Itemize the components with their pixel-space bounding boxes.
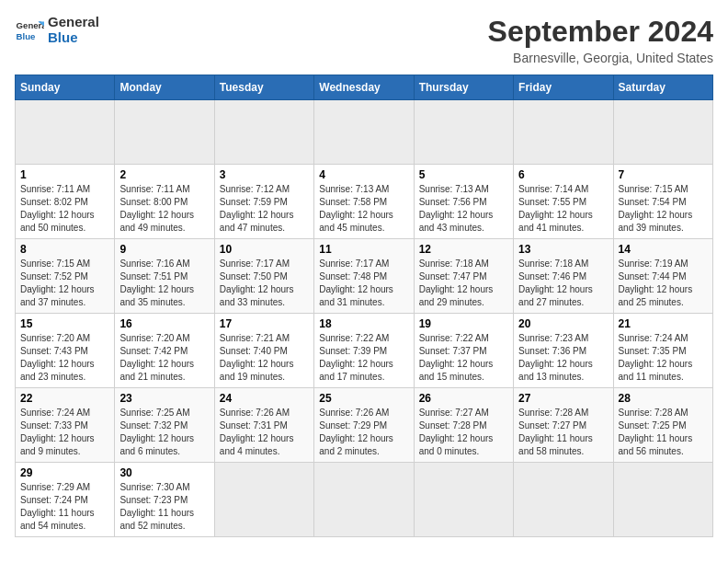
day-number: 15 (20, 317, 109, 330)
day-detail: Sunrise: 7:21 AM Sunset: 7:40 PM Dayligh… (220, 333, 294, 382)
calendar-header: SundayMondayTuesdayWednesdayThursdayFrid… (16, 75, 713, 100)
day-number: 18 (319, 317, 408, 330)
day-detail: Sunrise: 7:17 AM Sunset: 7:48 PM Dayligh… (319, 259, 393, 307)
day-number: 6 (518, 168, 608, 181)
day-detail: Sunrise: 7:26 AM Sunset: 7:29 PM Dayligh… (319, 408, 393, 456)
calendar-cell: 20Sunrise: 7:23 AM Sunset: 7:36 PM Dayli… (514, 314, 613, 388)
day-detail: Sunrise: 7:20 AM Sunset: 7:42 PM Dayligh… (119, 333, 194, 382)
day-number: 25 (319, 392, 408, 405)
calendar-cell: 10Sunrise: 7:17 AM Sunset: 7:50 PM Dayli… (214, 239, 313, 314)
day-number: 5 (419, 168, 508, 181)
calendar-cell: 27Sunrise: 7:28 AM Sunset: 7:27 PM Dayli… (514, 388, 613, 463)
day-number: 17 (220, 317, 309, 330)
day-detail: Sunrise: 7:11 AM Sunset: 8:02 PM Dayligh… (20, 184, 95, 233)
week-row-0 (16, 100, 713, 165)
day-number: 1 (20, 168, 109, 181)
logo-text-general: General (48, 15, 99, 30)
logo-text-blue: Blue (48, 30, 99, 46)
day-number: 27 (518, 392, 608, 405)
calendar-cell (314, 100, 414, 165)
header-cell-saturday: Saturday (613, 75, 712, 100)
day-detail: Sunrise: 7:25 AM Sunset: 7:32 PM Dayligh… (119, 408, 194, 456)
logo: General Blue General Blue (15, 15, 99, 45)
day-number: 24 (220, 392, 309, 405)
calendar-cell: 29Sunrise: 7:29 AM Sunset: 7:24 PM Dayli… (16, 463, 115, 537)
calendar-cell (16, 100, 115, 165)
calendar-cell (414, 463, 513, 537)
week-row-3: 15Sunrise: 7:20 AM Sunset: 7:43 PM Dayli… (16, 314, 713, 388)
calendar-cell: 7Sunrise: 7:15 AM Sunset: 7:54 PM Daylig… (613, 165, 712, 239)
day-number: 29 (20, 466, 109, 479)
calendar-cell: 17Sunrise: 7:21 AM Sunset: 7:40 PM Dayli… (214, 314, 313, 388)
day-number: 16 (119, 317, 209, 330)
calendar-cell: 1Sunrise: 7:11 AM Sunset: 8:02 PM Daylig… (16, 165, 115, 239)
calendar-cell (314, 463, 414, 537)
calendar-cell: 6Sunrise: 7:14 AM Sunset: 7:55 PM Daylig… (514, 165, 613, 239)
title-area: September 2024 Barnesville, Georgia, Uni… (488, 15, 713, 65)
calendar-cell (214, 463, 313, 537)
calendar-cell: 11Sunrise: 7:17 AM Sunset: 7:48 PM Dayli… (314, 239, 414, 314)
calendar-cell: 9Sunrise: 7:16 AM Sunset: 7:51 PM Daylig… (115, 239, 214, 314)
day-detail: Sunrise: 7:11 AM Sunset: 8:00 PM Dayligh… (119, 184, 194, 233)
calendar-cell: 19Sunrise: 7:22 AM Sunset: 7:37 PM Dayli… (414, 314, 513, 388)
day-detail: Sunrise: 7:22 AM Sunset: 7:39 PM Dayligh… (319, 333, 393, 382)
day-detail: Sunrise: 7:14 AM Sunset: 7:55 PM Dayligh… (518, 184, 593, 233)
calendar-cell (214, 100, 313, 165)
calendar-cell: 13Sunrise: 7:18 AM Sunset: 7:46 PM Dayli… (514, 239, 613, 314)
svg-text:Blue: Blue (17, 30, 36, 40)
day-detail: Sunrise: 7:15 AM Sunset: 7:54 PM Dayligh… (619, 184, 693, 233)
calendar-cell: 22Sunrise: 7:24 AM Sunset: 7:33 PM Dayli… (16, 388, 115, 463)
calendar-cell: 3Sunrise: 7:12 AM Sunset: 7:59 PM Daylig… (214, 165, 313, 239)
header-cell-sunday: Sunday (16, 75, 115, 100)
calendar-cell (514, 100, 613, 165)
header-cell-wednesday: Wednesday (314, 75, 414, 100)
week-row-4: 22Sunrise: 7:24 AM Sunset: 7:33 PM Dayli… (16, 388, 713, 463)
day-number: 13 (518, 243, 608, 256)
day-detail: Sunrise: 7:24 AM Sunset: 7:33 PM Dayligh… (20, 408, 95, 456)
calendar-cell: 28Sunrise: 7:28 AM Sunset: 7:25 PM Dayli… (613, 388, 712, 463)
day-detail: Sunrise: 7:20 AM Sunset: 7:43 PM Dayligh… (20, 333, 95, 382)
calendar-body: 1Sunrise: 7:11 AM Sunset: 8:02 PM Daylig… (16, 100, 713, 537)
day-detail: Sunrise: 7:18 AM Sunset: 7:47 PM Dayligh… (419, 259, 494, 307)
day-detail: Sunrise: 7:13 AM Sunset: 7:58 PM Dayligh… (319, 184, 393, 233)
day-detail: Sunrise: 7:18 AM Sunset: 7:46 PM Dayligh… (518, 259, 593, 307)
calendar-cell: 24Sunrise: 7:26 AM Sunset: 7:31 PM Dayli… (214, 388, 313, 463)
day-detail: Sunrise: 7:19 AM Sunset: 7:44 PM Dayligh… (619, 259, 693, 307)
day-number: 4 (319, 168, 408, 181)
day-number: 22 (20, 392, 109, 405)
calendar-cell: 15Sunrise: 7:20 AM Sunset: 7:43 PM Dayli… (16, 314, 115, 388)
day-number: 8 (20, 243, 109, 256)
calendar-cell (613, 463, 712, 537)
calendar-cell: 30Sunrise: 7:30 AM Sunset: 7:23 PM Dayli… (115, 463, 214, 537)
header-cell-monday: Monday (115, 75, 214, 100)
calendar-cell: 18Sunrise: 7:22 AM Sunset: 7:39 PM Dayli… (314, 314, 414, 388)
week-row-2: 8Sunrise: 7:15 AM Sunset: 7:52 PM Daylig… (16, 239, 713, 314)
day-detail: Sunrise: 7:17 AM Sunset: 7:50 PM Dayligh… (220, 259, 294, 307)
calendar-cell (115, 100, 214, 165)
day-detail: Sunrise: 7:28 AM Sunset: 7:25 PM Dayligh… (619, 408, 693, 456)
calendar-cell: 14Sunrise: 7:19 AM Sunset: 7:44 PM Dayli… (613, 239, 712, 314)
header-row: SundayMondayTuesdayWednesdayThursdayFrid… (16, 75, 713, 100)
calendar-cell: 4Sunrise: 7:13 AM Sunset: 7:58 PM Daylig… (314, 165, 414, 239)
day-number: 14 (619, 243, 708, 256)
day-detail: Sunrise: 7:27 AM Sunset: 7:28 PM Dayligh… (419, 408, 494, 456)
day-detail: Sunrise: 7:24 AM Sunset: 7:35 PM Dayligh… (619, 333, 693, 382)
day-number: 26 (419, 392, 508, 405)
header: General Blue General Blue September 2024… (15, 15, 713, 65)
calendar-cell: 2Sunrise: 7:11 AM Sunset: 8:00 PM Daylig… (115, 165, 214, 239)
calendar-cell: 23Sunrise: 7:25 AM Sunset: 7:32 PM Dayli… (115, 388, 214, 463)
calendar-cell: 26Sunrise: 7:27 AM Sunset: 7:28 PM Dayli… (414, 388, 513, 463)
day-detail: Sunrise: 7:13 AM Sunset: 7:56 PM Dayligh… (419, 184, 494, 233)
calendar-table: SundayMondayTuesdayWednesdayThursdayFrid… (15, 75, 713, 537)
day-detail: Sunrise: 7:12 AM Sunset: 7:59 PM Dayligh… (220, 184, 294, 233)
day-detail: Sunrise: 7:16 AM Sunset: 7:51 PM Dayligh… (119, 259, 194, 307)
calendar-cell: 8Sunrise: 7:15 AM Sunset: 7:52 PM Daylig… (16, 239, 115, 314)
calendar-cell (514, 463, 613, 537)
day-number: 11 (319, 243, 408, 256)
calendar-cell: 12Sunrise: 7:18 AM Sunset: 7:47 PM Dayli… (414, 239, 513, 314)
day-number: 9 (119, 243, 209, 256)
calendar-cell: 16Sunrise: 7:20 AM Sunset: 7:42 PM Dayli… (115, 314, 214, 388)
logo-icon: General Blue (15, 16, 44, 45)
day-number: 3 (220, 168, 309, 181)
day-detail: Sunrise: 7:15 AM Sunset: 7:52 PM Dayligh… (20, 259, 95, 307)
